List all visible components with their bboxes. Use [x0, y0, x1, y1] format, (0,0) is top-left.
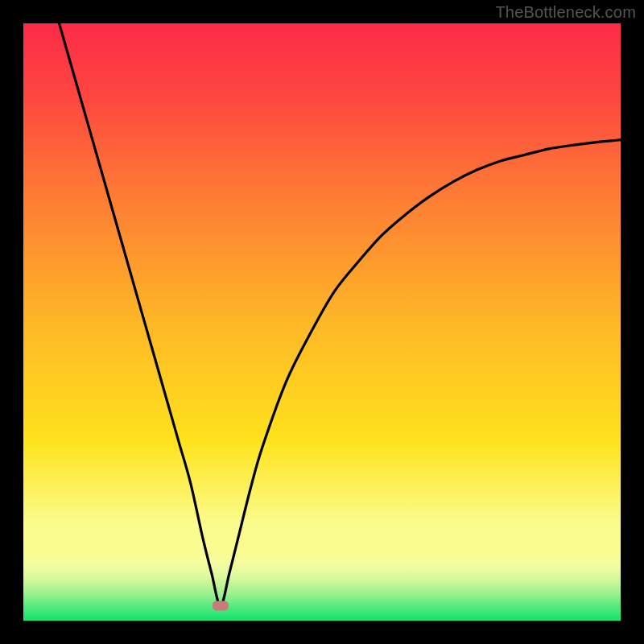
chart-frame: TheBottleneck.com — [0, 0, 644, 644]
gradient-background — [23, 23, 621, 621]
plot-area — [23, 23, 621, 621]
watermark-text: TheBottleneck.com — [495, 3, 636, 22]
bottleneck-minimum-marker — [213, 601, 229, 610]
chart-svg — [23, 23, 621, 621]
